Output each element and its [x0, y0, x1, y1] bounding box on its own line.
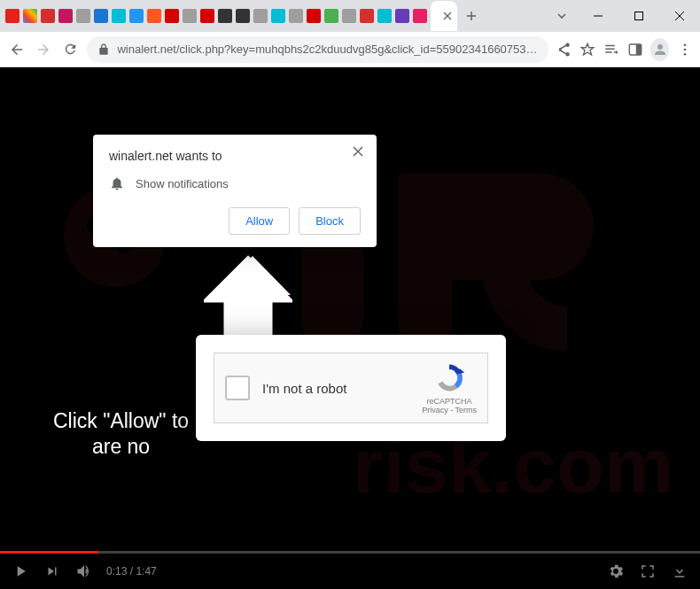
tab-favicon[interactable]: [41, 9, 55, 23]
recaptcha-icon: [433, 361, 465, 393]
instruction-text: Click "Allow" to are no: [53, 408, 189, 460]
tab-favicon[interactable]: [58, 9, 73, 23]
profile-avatar[interactable]: [650, 38, 669, 61]
tab-overflow-button[interactable]: [546, 10, 578, 22]
video-time: 0:13 / 1:47: [106, 565, 157, 577]
tab-favicon[interactable]: [218, 9, 232, 23]
recaptcha-label: I'm not a robot: [262, 381, 422, 396]
recaptcha-logo: reCAPTCHA Privacy - Terms: [422, 361, 477, 415]
tab-favicon[interactable]: [271, 9, 285, 23]
side-panel-button[interactable]: [626, 39, 643, 60]
tab-favicon[interactable]: [395, 9, 409, 23]
window-controls: [546, 0, 700, 32]
menu-button[interactable]: [676, 39, 693, 60]
recaptcha-terms-link[interactable]: Terms: [455, 406, 478, 415]
recaptcha-card: I'm not a robot reCAPTCHA Privacy - Term…: [196, 335, 506, 441]
tab-favicon[interactable]: [94, 9, 108, 23]
tab-favicon[interactable]: [236, 9, 250, 23]
settings-button[interactable]: [606, 562, 626, 581]
tab-favicon[interactable]: [307, 9, 321, 23]
tab-favicons: [5, 9, 427, 23]
tab-favicon[interactable]: [253, 9, 268, 23]
block-button[interactable]: Block: [299, 207, 361, 235]
notification-permission-dialog: winalert.net wants to Show notifications…: [93, 135, 377, 247]
svg-point-5: [683, 52, 686, 55]
back-button[interactable]: [7, 37, 27, 62]
bookmark-button[interactable]: [579, 39, 596, 60]
tab-favicon[interactable]: [147, 9, 161, 23]
tab-favicon[interactable]: [165, 9, 179, 23]
new-tab-button[interactable]: [459, 4, 484, 28]
recaptcha-checkbox[interactable]: [225, 376, 250, 400]
tab-favicon[interactable]: [112, 9, 126, 23]
tab-favicon[interactable]: [76, 9, 90, 23]
svg-rect-0: [635, 12, 643, 20]
tab-favicon[interactable]: [289, 9, 303, 23]
svg-point-3: [683, 43, 686, 46]
permission-description: Show notifications: [136, 177, 229, 190]
tab-favicon[interactable]: [360, 9, 374, 23]
recaptcha-brand: reCAPTCHA: [422, 397, 477, 406]
tab-favicon[interactable]: [129, 9, 144, 23]
browser-tab-strip: [0, 0, 700, 32]
reading-list-button[interactable]: [603, 39, 620, 60]
tab-favicon[interactable]: [5, 9, 19, 23]
video-player-bar: 0:13 / 1:47: [0, 554, 700, 589]
page-content: risk.com Click "Allow" to are no I'm not…: [0, 67, 700, 589]
minimize-button[interactable]: [578, 2, 618, 30]
recaptcha-widget: I'm not a robot reCAPTCHA Privacy - Term…: [214, 353, 488, 423]
arrow-up-icon: [204, 249, 301, 346]
share-button[interactable]: [556, 39, 572, 60]
tab-favicon[interactable]: [342, 9, 356, 23]
svg-marker-11: [214, 256, 291, 337]
fullscreen-button[interactable]: [638, 562, 657, 581]
tab-favicon[interactable]: [183, 9, 197, 23]
allow-button[interactable]: Allow: [229, 207, 290, 235]
lock-icon: [97, 43, 110, 56]
tab-favicon[interactable]: [324, 9, 338, 23]
maximize-button[interactable]: [618, 2, 659, 30]
url-text: winalert.net/click.php?key=muhqbhs2c2kdu…: [117, 43, 537, 56]
active-tab[interactable]: [431, 1, 457, 31]
svg-rect-2: [636, 44, 642, 55]
tab-favicon[interactable]: [23, 9, 37, 23]
tab-favicon[interactable]: [200, 9, 214, 23]
bell-icon: [109, 175, 125, 191]
tab-favicon[interactable]: [413, 9, 427, 23]
reload-button[interactable]: [60, 37, 80, 62]
close-window-button[interactable]: [659, 2, 700, 30]
permission-title: winalert.net wants to: [109, 149, 361, 163]
close-tab-icon[interactable]: [443, 12, 452, 20]
browser-toolbar: winalert.net/click.php?key=muhqbhs2c2kdu…: [0, 32, 700, 67]
tab-favicon[interactable]: [377, 9, 392, 23]
close-icon[interactable]: [352, 145, 364, 158]
forward-button[interactable]: [34, 37, 53, 62]
next-button[interactable]: [43, 562, 62, 581]
recaptcha-privacy-link[interactable]: Privacy: [422, 406, 448, 415]
play-button[interactable]: [11, 562, 30, 581]
download-button[interactable]: [670, 562, 689, 581]
instruction-line2: are no: [53, 434, 189, 460]
volume-button[interactable]: [74, 562, 94, 581]
svg-point-4: [683, 48, 686, 50]
address-bar[interactable]: winalert.net/click.php?key=muhqbhs2c2kdu…: [87, 36, 548, 63]
instruction-line1: Click "Allow" to: [53, 408, 189, 434]
